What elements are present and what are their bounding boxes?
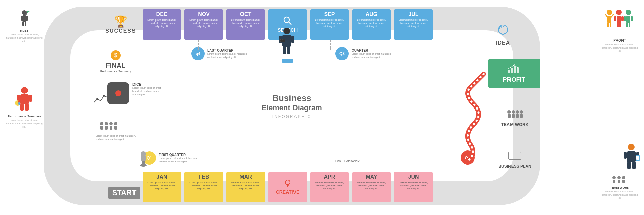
- svg-rect-50: [25, 104, 29, 111]
- svg-point-40: [283, 39, 285, 42]
- tile-jan: JAN Lorem ipsum dolor sit amet, haradesh…: [143, 172, 181, 202]
- q1-marker: Q1 FIRST QUARTER Lorem ipsum dolor sit a…: [143, 151, 202, 165]
- center-line3: INFOGRAPHIC: [262, 114, 322, 119]
- svg-point-78: [628, 144, 635, 150]
- svg-rect-35: [287, 46, 290, 54]
- svg-rect-80: [624, 152, 627, 159]
- svg-line-62: [605, 14, 607, 17]
- svg-point-86: [612, 176, 616, 179]
- final-text-label: FINAL: [5, 30, 44, 33]
- svg-rect-49: [20, 104, 24, 111]
- performance-label: Performance Summary: [5, 115, 44, 118]
- lightbulb-icon: [283, 179, 292, 188]
- center-line1: Business: [262, 93, 322, 103]
- svg-rect-46: [20, 94, 29, 104]
- svg-point-23: [512, 110, 515, 114]
- svg-point-27: [520, 110, 523, 114]
- svg-point-43: [141, 151, 146, 157]
- idea-label: IDEA: [483, 40, 523, 46]
- dice-dot: [115, 90, 121, 96]
- dotted-v3: [153, 163, 153, 171]
- tile-jun: JUN Lorem ipsum dolor sit amet, haradesh…: [394, 172, 433, 202]
- teamwork-icon: [506, 109, 524, 119]
- svg-rect-68: [614, 16, 616, 21]
- svg-point-45: [21, 87, 28, 94]
- final-text: Lorem ipsum dolor sit amet, haradesh, na…: [5, 33, 44, 43]
- final-subtitle: Performance Summary: [96, 70, 136, 73]
- left-panel-final: FINAL Lorem ipsum dolor sit amet, harade…: [5, 10, 44, 43]
- tile-feb: FEB Lorem ipsum dolor sit amet, haradesh…: [184, 172, 223, 202]
- svg-rect-57: [25, 21, 26, 26]
- svg-rect-70: [617, 22, 619, 27]
- q4-text: LAST QUARTER Lorem ipsum dolor sit amet,…: [207, 49, 251, 59]
- svg-rect-34: [283, 46, 286, 54]
- tile-oct: OCT Lorem ipsum dolor sit amet, haradesh…: [226, 9, 265, 40]
- profit-text-label: PROFIT: [600, 39, 639, 42]
- svg-rect-55: [25, 16, 28, 21]
- svg-point-88: [617, 176, 621, 179]
- idea-icon: [496, 24, 511, 39]
- svg-rect-75: [631, 16, 633, 21]
- center-content: Business Element Diagram INFOGRAPHIC: [262, 93, 322, 119]
- team-icon: [99, 121, 122, 133]
- svg-marker-59: [27, 11, 30, 13]
- profit-label: PROFIT: [491, 76, 537, 83]
- left-panel-person: Performance Summary Lorem ipsum dolor si…: [5, 86, 44, 128]
- idea-section: IDEA: [483, 24, 523, 46]
- svg-rect-56: [22, 21, 24, 26]
- svg-rect-3: [287, 185, 289, 186]
- svg-rect-79: [627, 151, 636, 162]
- person-pie-svg: [14, 86, 35, 113]
- svg-point-25: [516, 110, 519, 114]
- teamwork-section: TEAM WORK: [493, 109, 537, 127]
- svg-rect-22: [508, 114, 511, 118]
- people-figures: [99, 121, 122, 133]
- main-container: DEC Lorem ipsum dolor sit amet, haradesh…: [0, 0, 644, 215]
- dice-element: DICE Lorem ipsum dolor sit amet, harades…: [107, 82, 163, 104]
- right-panel-figures: [605, 8, 639, 35]
- svg-line-63: [611, 14, 613, 17]
- start-section: START: [105, 187, 144, 199]
- svg-point-11: [109, 122, 113, 125]
- svg-rect-76: [626, 22, 628, 27]
- right-panel-profit: PROFIT Lorem ipsum dolor sit amet, harad…: [600, 39, 639, 53]
- dice-icon: [107, 82, 129, 104]
- svg-rect-65: [610, 22, 611, 27]
- svg-rect-10: [105, 126, 108, 130]
- tile-dec: DEC Lorem ipsum dolor sit amet, haradesh…: [143, 9, 181, 40]
- svg-rect-74: [624, 16, 626, 21]
- svg-rect-77: [629, 22, 630, 27]
- teamwork-text: Lorem ipsum dolor sit amet, haradesh, na…: [600, 190, 639, 200]
- dotted-v1: [198, 40, 199, 50]
- svg-rect-37: [291, 36, 294, 43]
- q3-circle: Q3: [335, 47, 349, 60]
- svg-point-66: [616, 10, 622, 15]
- profit-text: Lorem ipsum dolor sit amet, haradesh, na…: [600, 43, 639, 53]
- svg-point-13: [114, 122, 117, 125]
- svg-point-5: [96, 98, 98, 100]
- svg-rect-69: [621, 16, 624, 21]
- flag-person-svg: [19, 10, 30, 27]
- svg-point-60: [607, 10, 612, 15]
- svg-rect-89: [618, 180, 620, 183]
- svg-point-52: [22, 10, 27, 15]
- tile-creative: CREATIVE: [268, 172, 307, 202]
- fast-forward-label: FAST FORWARD: [335, 159, 360, 163]
- svg-point-7: [100, 122, 103, 125]
- tile-jul: JUL Lorem ipsum dolor sit amet, haradesh…: [394, 9, 433, 40]
- teamwork-text-label: TEAM WORK: [600, 186, 639, 189]
- tile-apr: APR Lorem ipsum dolor sit amet, haradesh…: [310, 172, 349, 202]
- colored-pawns-svg: [605, 8, 639, 35]
- right-panel: PROFIT Lorem ipsum dolor sit amet, harad…: [599, 0, 641, 215]
- businessman-svg: [278, 27, 295, 59]
- q1-text: FIRST QUARTER Lorem ipsum dolor sit amet…: [159, 153, 202, 163]
- svg-rect-71: [619, 22, 621, 27]
- search-icon: [283, 16, 293, 26]
- dollar-icon: $: [111, 50, 121, 60]
- q4-marker: q4 LAST QUARTER Lorem ipsum dolor sit am…: [191, 47, 251, 60]
- svg-rect-73: [626, 16, 630, 23]
- svg-rect-61: [607, 16, 611, 23]
- profit-section: PROFIT: [488, 59, 540, 88]
- success-section: 🏆 SUCCESS: [101, 15, 141, 34]
- dice-info: DICE Lorem ipsum dolor sit amet, harades…: [132, 82, 163, 96]
